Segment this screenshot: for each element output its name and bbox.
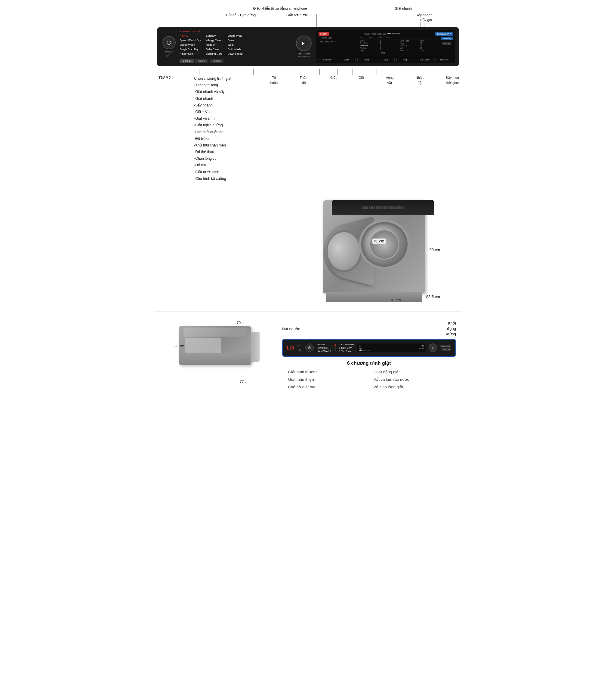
cycle-col-3: Sports Wear Duvet Wool Cold Wash Downloa… [228, 34, 243, 57]
ann-temp: Nhiệtđộ [416, 75, 424, 85]
ann-khoi-dong: Khởiđộng/dừng [446, 321, 456, 337]
cycle-refresh[interactable]: Refresh [206, 43, 222, 47]
prog-giat-tay: Chế độ giặt tay [288, 383, 364, 391]
cycle-downloaded[interactable]: Downloaded [228, 52, 243, 56]
mini-control-panel: LG ((•)) ⚙ ⏻ Normal 1 Intimates 1 Hand W… [282, 339, 456, 357]
temp-button[interactable]: Temp. [396, 58, 414, 61]
prog-than-thien: Giặt thân thiện [288, 376, 364, 383]
mini-icons: ((•)) ⚙ [297, 344, 303, 352]
ann-wash: Giặt [330, 75, 337, 80]
cycle-section: STEAM CYCLE Normal Speed Wash+Dry Speed … [180, 30, 292, 63]
col-water: Water [385, 37, 391, 39]
col-spin: Spin [369, 37, 373, 39]
ann-air-dry: Sấy gió [420, 17, 432, 22]
display-section: Steam Wash Rinse Spin Dry TurboWash™ [316, 30, 455, 63]
control-panel: ⏻ Power ((•)) STEAM CYCLE Normal Speed W… [157, 27, 459, 66]
mini-cycle-spinonly[interactable]: 1 Spin Only [339, 346, 354, 349]
cycle-sports[interactable]: Sports Wear [228, 34, 243, 38]
ann-nut-nguon: Nút nguồn [282, 326, 300, 331]
air-dry-button[interactable]: Air Dry [442, 42, 452, 45]
ann-add-item: Thêmđồ [300, 75, 308, 85]
power-button[interactable]: ⏻ [162, 36, 176, 49]
prog-ve-sinh: Vệ sinh lồng giặt [374, 383, 450, 391]
cycle-duvet[interactable]: Duvet [228, 39, 243, 42]
prog-hoat-dong: Hoạt động giặt [374, 369, 450, 375]
cycle-col-2: Sanitary Allergy Care Refresh Baby Care … [206, 34, 222, 57]
mini-cycle-active[interactable]: 1 Active Wear [339, 343, 354, 346]
mini-cycle-intimates[interactable]: Intimates 1 [317, 346, 331, 349]
wash-ind: Wash [364, 33, 370, 35]
rinse-ind: Rinse [371, 33, 376, 35]
turbo-dry-button[interactable]: Turbo Dry [441, 37, 453, 40]
mini-box-body [179, 326, 251, 365]
ann-quick-dry: Sấy nhanh [416, 13, 433, 17]
mini-extra-1[interactable]: Rinse+Spin [440, 345, 451, 348]
steam-button[interactable]: Steam [319, 32, 329, 36]
cycle-rinse-spin[interactable]: Rinse+Spin [180, 52, 201, 56]
cycle-speed-wash-dry[interactable]: Speed Wash+Dry [180, 39, 201, 42]
dim-width: 70 cm [323, 298, 401, 302]
tab-caring[interactable]: Caring [195, 59, 208, 63]
mini-cycle-list-2: 1 Active Wear 1 Spin Only 1 Tub Clean [339, 343, 354, 353]
top-annotations: Điều khiển từ xa bằng smartphone Bắt đầu… [157, 6, 459, 27]
machine-image-box: ▓▓▓▓▓▓▓▓▓▓▓▓▓▓▓▓▓▓ 41 cm 99 cm [298, 191, 456, 302]
steam-cycle-label: STEAM CYCLE [180, 30, 292, 33]
cycle-divider [203, 34, 203, 57]
cycle-baby[interactable]: Baby Care [206, 47, 222, 51]
tab-general[interactable]: General [180, 59, 194, 63]
cycle-sanitary[interactable]: Sanitary [206, 34, 222, 38]
washer-visual: ▓▓▓▓▓▓▓▓▓▓▓▓▓▓▓▓▓▓ 41 cm 99 cm [314, 191, 440, 302]
power-section: ⏻ Power ((•)) [161, 30, 177, 63]
time-dry-button[interactable]: Time Dry [435, 58, 453, 61]
wash-button[interactable]: Wash [338, 58, 356, 61]
start-pause-button[interactable]: ⏯ [296, 36, 312, 51]
cycle-wool[interactable]: Wool [228, 43, 243, 47]
dim-mini-height: 36 cm [173, 333, 184, 360]
display-indicators: Wash Rinse Spin Dry [364, 33, 400, 35]
cycle-allergy[interactable]: Allergy Care [206, 39, 222, 42]
rinse-button[interactable]: Rinse [357, 58, 375, 61]
prog-vat-rao: Vắt và làm ráo nước [374, 376, 450, 383]
col-soil: Soil [360, 37, 363, 39]
cycle-cold[interactable]: Cold Wash [228, 47, 243, 51]
ann-delay: Trìhoãn [271, 75, 278, 85]
mini-control-box: Nút nguồn Khởiđộng/dừng LG ((•)) ⚙ ⏻ Nor… [282, 321, 456, 391]
cycle-divider-2 [225, 34, 225, 57]
mini-indicators [335, 344, 336, 351]
dim-height: 99 cm [428, 203, 440, 296]
cycle-speed-wash[interactable]: Speed Wash [180, 43, 201, 47]
mini-start-button[interactable]: ⏯ [429, 343, 437, 352]
washer-drum [359, 220, 410, 269]
dim-mini-depth: 77 cm [179, 380, 250, 384]
wifi-icon: ((•)) [166, 54, 172, 57]
ann-spin: Vòngvắt [386, 75, 394, 85]
ann-start-pause: Bắt đầu/Tạm dừng [226, 13, 256, 17]
tab-special[interactable]: Special [210, 59, 223, 63]
mini-cycle-normal[interactable]: Normal 1 [317, 343, 331, 346]
ann-quick-wash: Giặt nhanh [395, 6, 412, 11]
turbo-wash-button[interactable]: TurboWash™ [435, 32, 453, 36]
ann-remote-ctrl: Điều khiển từ xa bằng smartphone [253, 6, 307, 11]
cycle-col-1: Normal Speed Wash+Dry Speed Wash Single … [180, 34, 201, 57]
add-item-button[interactable]: Add Item [319, 58, 336, 61]
cycle-normal[interactable]: Normal [180, 34, 201, 38]
lg-logo: LG [287, 345, 295, 351]
start-section: ⏯ Start / PauseHold to Start [294, 30, 314, 63]
spin-ind: Spin [377, 33, 382, 35]
cycle-single-shirt[interactable]: Single Shirt Dry [180, 47, 201, 51]
mini-extra-2[interactable]: Spin Only [441, 348, 451, 351]
dry-ind: Dry [383, 33, 386, 35]
mini-programs-grid: Giặt bình thường Hoạt động giặt Giặt thâ… [282, 369, 456, 391]
mini-cycle-list: Normal 1 Intimates 1 Hand Wash 1 [317, 343, 331, 353]
washer-drum-inner [369, 230, 399, 260]
dim-mini-width-top: 70 cm [182, 321, 247, 325]
mini-cycle-handwash[interactable]: Hand Wash 1 [317, 350, 331, 353]
dim-drum-depth: 41 cm [372, 239, 385, 244]
spin-button[interactable]: Spin [377, 58, 395, 61]
mini-power-button[interactable]: ⏻ [305, 343, 314, 352]
mini-cycle-tubclean[interactable]: 1 Tub Clean [339, 350, 354, 353]
tub-clean-button[interactable]: Tub Clean [416, 58, 433, 61]
mini-washer-box: 70 cm 36 cm [160, 321, 276, 387]
ann-power: Tắt/ Mở [157, 75, 172, 80]
cycle-bedding[interactable]: Bedding Care [206, 52, 222, 56]
